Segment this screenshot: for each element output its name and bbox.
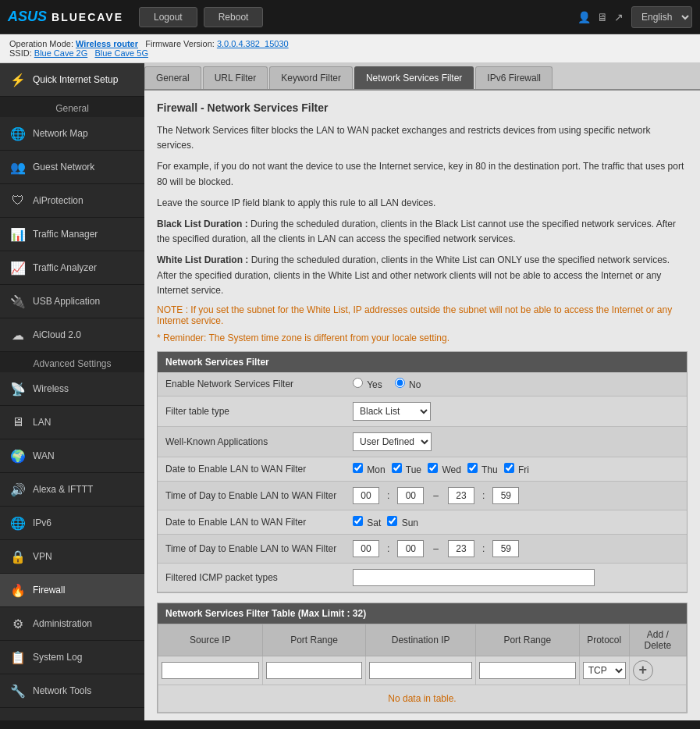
col-port-range-2: Port Range bbox=[475, 624, 579, 656]
reboot-button[interactable]: Reboot bbox=[204, 7, 264, 27]
network-map-icon: 🌐 bbox=[9, 125, 27, 142]
ssid-5g[interactable]: Blue Cave 5G bbox=[94, 48, 147, 58]
enable-filter-control: Yes No bbox=[353, 378, 421, 390]
port-range-2-cell bbox=[475, 656, 579, 685]
table-section-title: Network Services Filter Table (Max Limit… bbox=[158, 603, 687, 624]
fri-label[interactable]: Fri bbox=[504, 463, 529, 475]
time1-end-hour[interactable] bbox=[448, 487, 474, 504]
enable-no-label[interactable]: No bbox=[395, 378, 421, 390]
wed-label[interactable]: Wed bbox=[428, 463, 461, 475]
date-lan-wan-1-row: Date to Enable LAN to WAN Filter Mon Tue… bbox=[158, 457, 687, 482]
mon-checkbox[interactable] bbox=[353, 463, 363, 473]
port-range-1-cell bbox=[262, 656, 366, 685]
no-data-row: No data in table. bbox=[158, 685, 687, 712]
sat-label[interactable]: Sat bbox=[353, 516, 381, 528]
col-source-ip: Source IP bbox=[158, 624, 263, 656]
alexa-icon: 🔊 bbox=[9, 481, 27, 498]
time-lan-wan-1-row: Time of Day to Enable LAN to WAN Filter … bbox=[158, 482, 687, 510]
time1-dash: – bbox=[433, 490, 439, 501]
firmware-value[interactable]: 3.0.0.4.382_15030 bbox=[217, 39, 289, 48]
icmp-control bbox=[353, 569, 595, 586]
enable-yes-label[interactable]: Yes bbox=[353, 378, 382, 390]
sidebar-item-system-log[interactable]: 📋 System Log bbox=[0, 641, 144, 674]
sidebar-item-administration[interactable]: ⚙ Administration bbox=[0, 607, 144, 641]
tab-ipv6-firewall[interactable]: IPv6 Firewall bbox=[475, 66, 553, 89]
table-input-row: TCP UDP BOTH + bbox=[158, 656, 687, 685]
sidebar-vpn-label: VPN bbox=[33, 551, 52, 562]
tue-label[interactable]: Tue bbox=[392, 463, 421, 475]
sidebar-item-vpn[interactable]: 🔒 VPN bbox=[0, 540, 144, 574]
logout-button[interactable]: Logout bbox=[139, 7, 197, 27]
enable-yes-radio[interactable] bbox=[353, 378, 363, 388]
well-known-apps-control: User Defined bbox=[353, 432, 432, 451]
sidebar-wan-label: WAN bbox=[33, 450, 55, 461]
sat-checkbox[interactable] bbox=[353, 516, 363, 526]
time1-end-min[interactable] bbox=[492, 487, 519, 504]
sidebar-firewall-label: Firewall bbox=[33, 585, 65, 596]
sidebar-item-quick-setup[interactable]: ⚡ Quick Internet Setup bbox=[0, 63, 144, 97]
time1-start-hour[interactable] bbox=[353, 487, 379, 504]
time2-end-hour[interactable] bbox=[448, 540, 474, 557]
user-icon[interactable]: 👤 bbox=[577, 11, 591, 23]
sidebar-item-network-tools[interactable]: 🔧 Network Tools bbox=[0, 674, 144, 708]
main-content: General URL Filter Keyword Filter Networ… bbox=[144, 63, 700, 720]
sun-label[interactable]: Sun bbox=[387, 516, 418, 528]
wed-checkbox[interactable] bbox=[428, 463, 438, 473]
logo: ASUS BLUECAVE bbox=[8, 9, 123, 25]
sidebar-item-wan[interactable]: 🌍 WAN bbox=[0, 439, 144, 473]
description-1: The Network Services filter blocks the L… bbox=[157, 123, 688, 153]
sidebar-item-network-map[interactable]: 🌐 Network Map bbox=[0, 117, 144, 151]
ipv6-icon: 🌐 bbox=[9, 514, 27, 532]
sidebar-item-usb-application[interactable]: 🔌 USB Application bbox=[0, 285, 144, 318]
sidebar-item-guest-network[interactable]: 👥 Guest Network bbox=[0, 151, 144, 184]
tab-url-filter[interactable]: URL Filter bbox=[203, 66, 268, 89]
well-known-apps-select[interactable]: User Defined bbox=[353, 432, 432, 451]
icmp-row: Filtered ICMP packet types bbox=[158, 564, 687, 592]
content-area: Firewall - Network Services Filter The N… bbox=[144, 91, 700, 720]
time2-end-min[interactable] bbox=[492, 540, 519, 557]
sidebar-aicloud-label: AiCloud 2.0 bbox=[33, 329, 81, 340]
sidebar-item-aicloud[interactable]: ☁ AiCloud 2.0 bbox=[0, 318, 144, 352]
filter-table-type-select[interactable]: Black List White List bbox=[353, 402, 431, 421]
port-range-1-input[interactable] bbox=[266, 662, 363, 679]
sidebar-item-alexa[interactable]: 🔊 Alexa & IFTTT bbox=[0, 473, 144, 507]
source-ip-input[interactable] bbox=[162, 662, 259, 679]
sidebar-item-traffic-manager[interactable]: 📊 Traffic Manager bbox=[0, 218, 144, 251]
port-range-2-input[interactable] bbox=[479, 662, 576, 679]
col-add-delete: Add / Delete bbox=[629, 624, 686, 656]
sidebar-item-lan[interactable]: 🖥 LAN bbox=[0, 406, 144, 439]
sidebar-item-aiprotection[interactable]: 🛡 AiProtection bbox=[0, 184, 144, 218]
time2-start-hour[interactable] bbox=[353, 540, 379, 557]
enable-no-radio[interactable] bbox=[395, 378, 405, 388]
destination-ip-input[interactable] bbox=[369, 662, 471, 679]
tab-general[interactable]: General bbox=[144, 66, 201, 89]
mon-label[interactable]: Mon bbox=[353, 463, 386, 475]
sidebar-item-firewall[interactable]: 🔥 Firewall bbox=[0, 574, 144, 607]
tab-network-services-filter[interactable]: Network Services Filter bbox=[354, 66, 474, 89]
sidebar-item-traffic-analyzer[interactable]: 📈 Traffic Analyzer bbox=[0, 251, 144, 285]
time2-start-min[interactable] bbox=[397, 540, 424, 557]
tue-checkbox[interactable] bbox=[392, 463, 402, 473]
time1-start-min[interactable] bbox=[397, 487, 424, 504]
thu-checkbox[interactable] bbox=[467, 463, 478, 473]
sidebar-item-ipv6[interactable]: 🌐 IPv6 bbox=[0, 507, 144, 540]
tab-keyword-filter[interactable]: Keyword Filter bbox=[269, 66, 353, 89]
icmp-input[interactable] bbox=[353, 569, 595, 586]
note-text: NOTE : If you set the subnet for the Whi… bbox=[157, 304, 688, 326]
blacklist-duration: Black List Duration : During the schedul… bbox=[157, 217, 688, 247]
fri-checkbox[interactable] bbox=[504, 463, 514, 473]
header: ASUS BLUECAVE Logout Reboot 👤 🖥 ↗ Englis… bbox=[0, 0, 700, 34]
sidebar-item-wireless[interactable]: 📡 Wireless bbox=[0, 372, 144, 406]
router-icon[interactable]: 🖥 bbox=[597, 11, 608, 23]
ssid-2g[interactable]: Blue Cave 2G bbox=[34, 48, 87, 58]
enable-filter-label: Enable Network Services Filter bbox=[165, 379, 353, 389]
time-lan-wan-2-control: : – : bbox=[353, 540, 519, 557]
share-icon[interactable]: ↗ bbox=[614, 11, 624, 23]
language-select[interactable]: English bbox=[631, 6, 692, 28]
operation-mode-value[interactable]: Wireless router bbox=[76, 39, 138, 48]
protocol-select[interactable]: TCP UDP BOTH bbox=[583, 662, 626, 679]
add-button[interactable]: + bbox=[633, 660, 653, 681]
thu-label[interactable]: Thu bbox=[467, 463, 498, 475]
sun-checkbox[interactable] bbox=[387, 516, 397, 526]
description-3: Leave the source IP field blank to apply… bbox=[157, 196, 688, 211]
